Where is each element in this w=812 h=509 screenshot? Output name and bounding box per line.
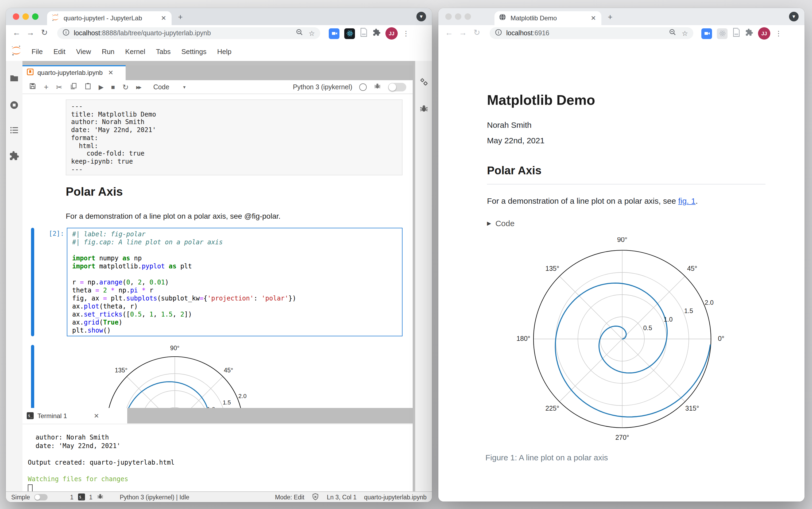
tab-close-icon[interactable]: ✕	[590, 14, 597, 22]
window-close-button[interactable]	[13, 13, 19, 20]
restart-run-all-icon[interactable]: ▸▸	[136, 83, 140, 91]
save-icon[interactable]	[29, 82, 36, 92]
extensions-puzzle-icon[interactable]	[745, 28, 753, 38]
zoom-extension-icon[interactable]	[329, 28, 340, 39]
menubar-item[interactable]: Settings	[176, 47, 212, 55]
new-tab-button[interactable]: +	[178, 12, 183, 22]
tab-close-icon[interactable]: ✕	[160, 14, 167, 22]
cut-cell-icon[interactable]: ✂	[56, 82, 62, 91]
raw-cell-line: format:	[71, 134, 397, 142]
browser-tab-title: quarto-jupyterl - JupyterLab	[64, 14, 155, 22]
raw-cell-line: ---	[71, 166, 397, 173]
kernel-count[interactable]: 1	[89, 494, 93, 500]
property-inspector-icon[interactable]	[419, 77, 429, 87]
browser-menu-icon[interactable]: ⋮	[402, 30, 410, 37]
menubar-item[interactable]: Run	[97, 47, 120, 55]
kernel-name[interactable]: Python 3 (ipykernel)	[293, 83, 352, 91]
trust-shield-icon	[312, 493, 319, 501]
new-tab-button[interactable]: +	[608, 12, 612, 22]
mode-indicator[interactable]: Mode: Edit	[275, 494, 305, 500]
zoom-extension-icon[interactable]	[701, 28, 712, 39]
paste-cell-icon[interactable]	[84, 82, 91, 92]
menubar-item[interactable]: Edit	[48, 47, 71, 55]
debugger-sidebar-icon[interactable]	[419, 104, 429, 114]
zoom-level-icon[interactable]	[669, 28, 676, 38]
bookmark-star-icon[interactable]: ☆	[309, 29, 315, 37]
browser-tab[interactable]: quarto-jupyterl - JupyterLab ✕	[47, 11, 172, 25]
jupyterlab-main: quarto-jupyterlab.ipynb ✕ + ✂	[6, 61, 432, 491]
simple-mode-toggle[interactable]	[34, 494, 47, 500]
extension-manager-icon[interactable]	[9, 151, 19, 161]
kernel-status-text[interactable]: Python 3 (ipykernel) | Idle	[120, 494, 189, 500]
menubar-item[interactable]: View	[71, 47, 97, 55]
docs-extension-icon[interactable]	[360, 28, 368, 39]
running-kernels-icon[interactable]	[9, 100, 19, 110]
svg-text:135°: 135°	[115, 367, 128, 374]
reload-icon[interactable]: ↻	[39, 28, 50, 37]
table-of-contents-icon[interactable]	[9, 125, 19, 135]
forward-icon[interactable]: →	[25, 28, 36, 37]
browser-tab[interactable]: Matplotlib Demo ✕	[494, 11, 601, 25]
cursor-position[interactable]: Ln 3, Col 1	[327, 494, 357, 500]
markdown-heading: Polar Axis	[66, 185, 123, 199]
raw-cell[interactable]: ---title: Matplotlib Demoauthor: Norah S…	[66, 99, 402, 175]
code-fold-toggle[interactable]: ▶ Code	[487, 219, 515, 228]
forward-icon[interactable]: →	[458, 28, 468, 37]
menubar-item[interactable]: Tabs	[151, 47, 176, 55]
code-cell[interactable]: #| label: fig-polar#| fig.cap: A line pl…	[67, 228, 402, 336]
menubar-item[interactable]: Kernel	[120, 47, 150, 55]
cell-collapser[interactable]	[31, 228, 34, 336]
address-bar[interactable]: localhost:6916 ☆	[490, 27, 693, 39]
window-zoom-button[interactable]	[464, 13, 471, 20]
extensions-puzzle-icon[interactable]	[373, 28, 381, 38]
notebook-tab[interactable]: quarto-jupyterlab.ipynb ✕	[23, 65, 126, 80]
zoom-level-icon[interactable]	[296, 28, 303, 38]
window-minimize-button[interactable]	[23, 13, 29, 20]
terminal-count-icon: $_	[78, 494, 85, 501]
profile-avatar[interactable]: JJ	[385, 27, 398, 40]
browser-toolbar: ← → ↻ localhost:6916 ☆	[438, 25, 805, 42]
notebook-content[interactable]: ---title: Matplotlib Demoauthor: Norah S…	[23, 94, 413, 408]
figure-crossref-link[interactable]: fig. 1	[678, 196, 696, 205]
notebook-tab-close-icon[interactable]: ✕	[108, 69, 113, 76]
terminal-tab-close-icon[interactable]: ✕	[94, 412, 99, 419]
copy-cell-icon[interactable]	[70, 82, 77, 92]
bookmark-star-icon[interactable]: ☆	[682, 29, 688, 37]
cell-type-select[interactable]: Code ▾	[153, 83, 186, 91]
back-icon[interactable]: ←	[444, 28, 454, 37]
restart-kernel-icon[interactable]: ↻	[122, 82, 129, 91]
jupyterlab-statusbar: Simple 1 $_ 1 Python 3 (ipykernel) | Idl…	[6, 491, 432, 502]
site-info-icon[interactable]	[495, 28, 502, 38]
insert-cell-icon[interactable]: +	[44, 82, 49, 92]
react-devtools-icon[interactable]	[717, 28, 728, 39]
terminal-body[interactable]: author: Norah Smith date: 'May 22nd, 202…	[23, 423, 413, 491]
browser-menu-icon[interactable]: ⋮	[775, 30, 782, 37]
terminal-tab[interactable]: $_ Terminal 1 ✕	[23, 408, 127, 423]
window-zoom-button[interactable]	[32, 13, 38, 20]
document-paragraph: For a demonstration of a line plot on a …	[487, 196, 698, 205]
back-icon[interactable]: ←	[11, 28, 22, 37]
window-close-button[interactable]	[445, 13, 452, 20]
kernel-status-icon[interactable]	[359, 83, 367, 91]
run-cell-icon[interactable]: ▶	[99, 83, 103, 91]
tab-search-icon[interactable]: ▼	[416, 12, 426, 22]
stop-kernel-icon[interactable]: ■	[111, 83, 115, 91]
debugger-bug-icon[interactable]	[374, 82, 381, 92]
site-info-icon[interactable]	[63, 28, 70, 38]
window-minimize-button[interactable]	[455, 13, 461, 20]
desktop: quarto-jupyterl - JupyterLab ✕ + ▼ ← → ↻…	[0, 0, 812, 509]
tab-search-icon[interactable]: ▼	[789, 12, 799, 22]
menubar-item[interactable]: File	[26, 47, 48, 55]
terminal-count[interactable]: 1	[70, 494, 73, 500]
address-bar[interactable]: localhost:8888/lab/tree/quarto-jupyterla…	[57, 27, 320, 39]
profile-avatar[interactable]: JJ	[758, 27, 770, 40]
file-browser-icon[interactable]	[9, 73, 19, 83]
section-heading: Polar Axis	[487, 164, 766, 184]
preview-browser-window: Matplotlib Demo ✕ + ▼ ← → ↻ localhost:69…	[438, 8, 805, 502]
docs-extension-icon[interactable]	[732, 28, 740, 39]
menubar-item[interactable]: Help	[212, 47, 237, 55]
output-collapser[interactable]	[31, 345, 34, 408]
reload-icon[interactable]: ↻	[471, 28, 482, 37]
react-devtools-icon[interactable]	[344, 28, 355, 39]
toolbar-toggle[interactable]	[388, 82, 406, 91]
